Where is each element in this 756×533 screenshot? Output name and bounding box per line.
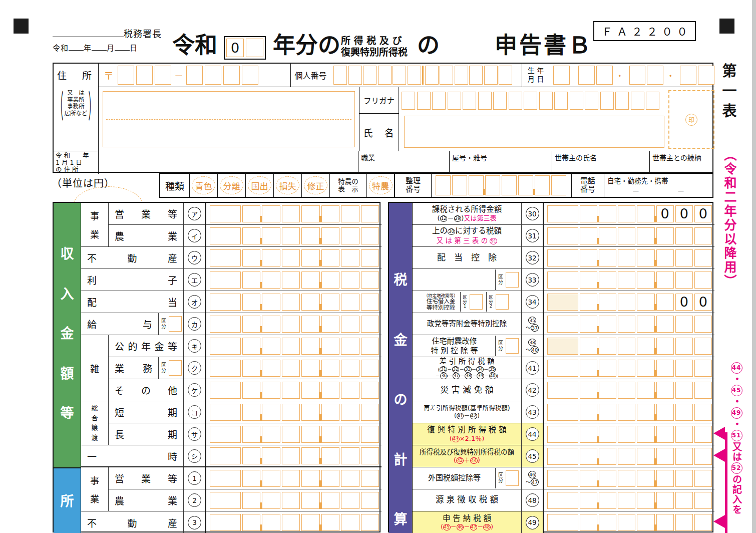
kubun-box[interactable]: [506, 470, 519, 486]
write-box[interactable]: [629, 66, 646, 85]
amount-box[interactable]: [341, 338, 359, 355]
amount-box[interactable]: [301, 360, 319, 377]
amount-box[interactable]: [242, 426, 260, 443]
date-year-blank[interactable]: [69, 43, 84, 51]
amount-box[interactable]: [282, 492, 300, 509]
amount-box[interactable]: [694, 426, 712, 443]
amount-box[interactable]: [361, 426, 379, 443]
amount-box[interactable]: [341, 316, 359, 333]
write-box[interactable]: [585, 92, 598, 110]
amount-box[interactable]: [282, 249, 300, 266]
amount-box[interactable]: [580, 382, 597, 399]
amount-box[interactable]: [637, 492, 654, 509]
amount-box[interactable]: [282, 382, 300, 399]
kubun-box[interactable]: [470, 294, 483, 310]
ref-number-box[interactable]: [436, 175, 451, 195]
amount-box[interactable]: [262, 470, 280, 487]
amount-box[interactable]: [637, 470, 654, 487]
amount-box[interactable]: 0: [694, 205, 712, 222]
amount-box[interactable]: [599, 249, 616, 266]
amount-box[interactable]: [301, 294, 319, 311]
amount-box[interactable]: [675, 272, 693, 289]
amount-box[interactable]: [656, 514, 674, 531]
kubun-box[interactable]: [506, 272, 519, 288]
write-box[interactable]: [631, 92, 644, 110]
amount-box[interactable]: [547, 272, 578, 289]
amount-box[interactable]: [242, 447, 260, 464]
write-box[interactable]: [553, 66, 570, 85]
amount-box[interactable]: [321, 272, 339, 289]
ref-number-box[interactable]: [551, 175, 566, 195]
amount-box[interactable]: [675, 249, 693, 266]
amount-box[interactable]: [547, 492, 578, 509]
amount-box[interactable]: [599, 227, 616, 244]
amount-box[interactable]: [242, 316, 260, 333]
amount-box[interactable]: [637, 249, 654, 266]
amount-box[interactable]: [618, 227, 635, 244]
write-box[interactable]: [425, 66, 439, 85]
amount-box[interactable]: [694, 514, 712, 531]
kubun-box[interactable]: [506, 338, 519, 354]
amount-box[interactable]: [599, 514, 616, 531]
write-box[interactable]: [205, 66, 221, 85]
amount-box[interactable]: [210, 492, 241, 509]
amount-box[interactable]: [547, 338, 578, 355]
amount-box[interactable]: [656, 382, 674, 399]
amount-box[interactable]: [694, 316, 712, 333]
amount-box[interactable]: [321, 316, 339, 333]
amount-box[interactable]: [656, 492, 674, 509]
occupation-cell[interactable]: 職業: [358, 151, 449, 174]
amount-box[interactable]: [580, 272, 597, 289]
amount-box[interactable]: [547, 360, 578, 377]
amount-box[interactable]: [547, 205, 578, 222]
write-box[interactable]: [647, 66, 663, 85]
amount-box[interactable]: [656, 272, 674, 289]
ref-number-box[interactable]: [502, 175, 517, 195]
amount-box[interactable]: [210, 316, 241, 333]
amount-box[interactable]: [210, 360, 241, 377]
amount-box[interactable]: [301, 382, 319, 399]
amount-box[interactable]: [242, 272, 260, 289]
amount-box[interactable]: [637, 316, 654, 333]
write-box[interactable]: [455, 66, 468, 85]
amount-box[interactable]: [599, 360, 616, 377]
amount-box[interactable]: [341, 514, 359, 531]
amount-box[interactable]: [637, 382, 654, 399]
amount-box[interactable]: [637, 360, 654, 377]
amount-box[interactable]: [599, 470, 616, 487]
amount-box[interactable]: [301, 272, 319, 289]
amount-box[interactable]: [599, 294, 616, 311]
amount-box[interactable]: [341, 249, 359, 266]
amount-box[interactable]: [321, 426, 339, 443]
amount-box[interactable]: [262, 205, 280, 222]
amount-box[interactable]: [637, 426, 654, 443]
amount-box[interactable]: [599, 272, 616, 289]
amount-box[interactable]: [262, 272, 280, 289]
amount-box[interactable]: [599, 448, 616, 465]
amount-box[interactable]: [210, 205, 241, 222]
amount-box[interactable]: [580, 404, 597, 421]
amount-box[interactable]: [361, 316, 379, 333]
amount-box[interactable]: [618, 448, 635, 465]
amount-box[interactable]: [361, 382, 379, 399]
amount-box[interactable]: [341, 447, 359, 464]
amount-box[interactable]: [694, 272, 712, 289]
amount-box[interactable]: [210, 338, 241, 355]
kubun-box[interactable]: [169, 360, 182, 376]
amount-box[interactable]: [361, 470, 379, 487]
amount-box[interactable]: [361, 227, 379, 244]
date-month-blank[interactable]: [92, 43, 107, 51]
amount-box[interactable]: [547, 227, 578, 244]
amount-box[interactable]: [210, 249, 241, 266]
amount-box[interactable]: [242, 294, 260, 311]
amount-box[interactable]: [282, 227, 300, 244]
amount-box[interactable]: [694, 249, 712, 266]
amount-box[interactable]: [618, 470, 635, 487]
amount-box[interactable]: [321, 514, 339, 531]
write-box[interactable]: [118, 66, 134, 85]
amount-box[interactable]: [321, 382, 339, 399]
write-box[interactable]: [417, 92, 431, 110]
amount-box[interactable]: [210, 447, 241, 464]
write-box[interactable]: [242, 66, 258, 85]
amount-box[interactable]: [282, 316, 300, 333]
